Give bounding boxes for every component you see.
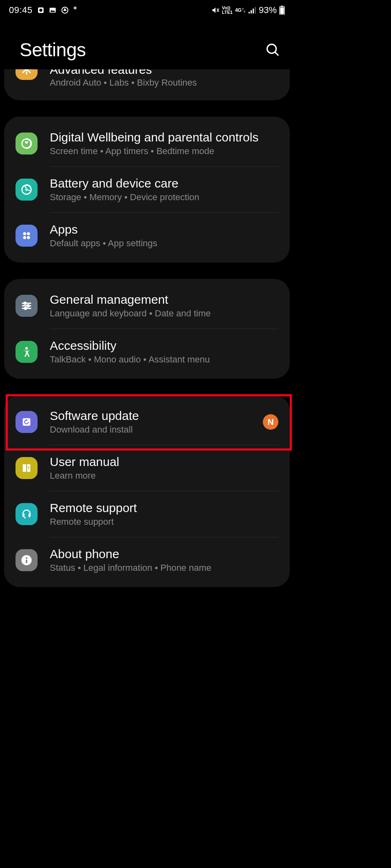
svg-point-29 [25, 347, 28, 349]
accessibility-title: Accessibility [50, 339, 278, 353]
svg-point-1 [39, 9, 42, 12]
svg-rect-12 [280, 7, 284, 14]
settings-item-software-update[interactable]: Software update Download and install N [4, 399, 290, 445]
about-phone-icon [16, 549, 38, 571]
general-title: General management [50, 293, 278, 307]
user-manual-subtitle: Learn more [50, 470, 278, 481]
settings-item-advanced-features[interactable]: Advanced features Android Auto • Labs • … [16, 69, 278, 88]
search-button[interactable] [260, 38, 285, 62]
signal-icon [248, 7, 256, 13]
search-icon [265, 42, 280, 57]
software-update-title: Software update [50, 409, 251, 423]
remote-support-subtitle: Remote support [50, 517, 278, 527]
settings-group-partial: Advanced features Android Auto • Labs • … [4, 69, 290, 100]
svg-rect-9 [255, 7, 256, 13]
about-phone-title: About phone [50, 547, 278, 561]
svg-point-26 [24, 302, 26, 304]
notif-icon-1 [37, 7, 44, 14]
remote-support-title: Remote support [50, 501, 278, 515]
svg-point-22 [27, 236, 30, 239]
svg-rect-8 [253, 9, 254, 13]
status-left: 09:45 • [9, 5, 77, 15]
wellbeing-subtitle: Screen time • App timers • Bedtime mode [50, 146, 278, 157]
notif-icon-2 [49, 7, 56, 14]
svg-point-18 [25, 188, 28, 191]
svg-text:?: ? [27, 466, 29, 470]
svg-point-21 [23, 236, 26, 239]
settings-page: 09:45 • Vo)) LTE1 4G 93% [0, 0, 294, 612]
settings-item-wellbeing[interactable]: Digital Wellbeing and parental controls … [4, 121, 290, 166]
battery-care-icon [16, 179, 38, 201]
volte-icon: Vo)) LTE1 [222, 6, 233, 15]
user-manual-title: User manual [50, 455, 278, 469]
apps-icon [16, 225, 38, 247]
status-right: Vo)) LTE1 4G 93% [211, 5, 285, 15]
apps-subtitle: Default apps • App settings [50, 238, 278, 249]
status-bar: 09:45 • Vo)) LTE1 4G 93% [0, 0, 294, 18]
battery-percent: 93% [259, 5, 277, 15]
svg-rect-6 [249, 12, 250, 13]
notif-icon-3 [61, 6, 69, 14]
settings-item-general[interactable]: General management Language and keyboard… [4, 283, 290, 329]
data-4g-icon: 4G [235, 7, 246, 13]
svg-rect-15 [24, 69, 29, 71]
settings-item-battery[interactable]: Battery and device care Storage • Memory… [4, 167, 290, 212]
advanced-features-subtitle: Android Auto • Labs • Bixby Routines [50, 77, 197, 88]
wellbeing-title: Digital Wellbeing and parental controls [50, 130, 278, 144]
svg-point-34 [26, 557, 27, 559]
status-time: 09:45 [9, 5, 33, 15]
svg-point-27 [27, 305, 29, 307]
svg-rect-7 [251, 10, 252, 13]
settings-group-3: Software update Download and install N ?… [4, 395, 290, 587]
software-update-subtitle: Download and install [50, 424, 251, 435]
settings-item-accessibility[interactable]: Accessibility TalkBack • Mono audio • As… [4, 329, 290, 375]
battery-icon [279, 6, 285, 15]
header-row: Settings [0, 18, 294, 69]
software-update-icon [16, 411, 38, 433]
settings-item-remote-support[interactable]: Remote support Remote support [4, 491, 290, 537]
svg-rect-35 [26, 560, 27, 563]
svg-point-32 [24, 517, 26, 519]
settings-group-2: General management Language and keyboard… [4, 279, 290, 379]
accessibility-subtitle: TalkBack • Mono audio • Assistant menu [50, 354, 278, 365]
apps-title: Apps [50, 223, 278, 236]
notification-badge: N [263, 414, 278, 430]
svg-point-19 [23, 232, 26, 235]
accessibility-icon [16, 341, 38, 363]
settings-item-user-manual[interactable]: ? User manual Learn more [4, 445, 290, 491]
svg-line-14 [275, 52, 278, 55]
mute-vibrate-icon [211, 6, 220, 14]
settings-item-apps[interactable]: Apps Default apps • App settings [4, 213, 290, 258]
advanced-features-title: Advanced features [50, 69, 152, 75]
battery-title: Battery and device care [50, 177, 278, 190]
battery-subtitle: Storage • Memory • Device protection [50, 192, 278, 203]
settings-item-about-phone[interactable]: About phone Status • Legal information •… [4, 537, 290, 583]
settings-group-1: Digital Wellbeing and parental controls … [4, 117, 290, 263]
notif-overflow-dot: • [73, 2, 77, 13]
svg-point-28 [24, 307, 27, 309]
advanced-features-icon [16, 69, 38, 80]
page-title: Settings [20, 39, 86, 61]
wellbeing-icon [16, 133, 38, 155]
general-subtitle: Language and keyboard • Date and time [50, 308, 278, 319]
svg-point-13 [267, 44, 276, 53]
svg-point-20 [27, 232, 30, 235]
user-manual-icon: ? [16, 457, 38, 479]
about-phone-subtitle: Status • Legal information • Phone name [50, 563, 278, 573]
remote-support-icon [16, 503, 38, 525]
general-management-icon [16, 295, 38, 317]
